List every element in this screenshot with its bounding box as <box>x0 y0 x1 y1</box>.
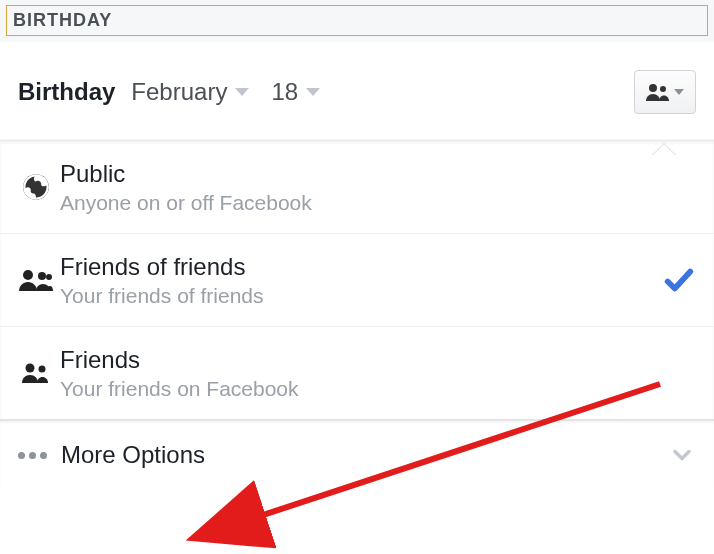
option-subtitle: Your friends on Facebook <box>60 377 299 401</box>
option-subtitle: Your friends of friends <box>60 284 264 308</box>
chevron-down-icon <box>668 441 696 469</box>
audience-selector-button[interactable] <box>634 70 696 114</box>
option-title: Friends <box>60 345 299 375</box>
chevron-down-icon <box>235 88 249 96</box>
more-options-row[interactable]: More Options <box>0 419 714 489</box>
svg-point-1 <box>660 86 666 92</box>
friends-of-friends-icon <box>18 269 54 291</box>
chevron-down-icon <box>674 89 684 95</box>
svg-point-4 <box>38 272 46 280</box>
dropdown-pointer <box>652 144 676 156</box>
birthday-month-dropdown[interactable]: February <box>131 78 249 106</box>
section-header-label: BIRTHDAY <box>13 10 112 30</box>
svg-point-3 <box>23 270 33 280</box>
checkmark-icon <box>662 263 696 297</box>
birthday-month-value: February <box>131 78 227 106</box>
svg-point-6 <box>26 364 35 373</box>
friends-of-friends-icon <box>646 83 670 101</box>
option-title: Public <box>60 159 312 189</box>
option-subtitle: Anyone on or off Facebook <box>60 191 312 215</box>
birthday-day-value: 18 <box>271 78 298 106</box>
section-header: BIRTHDAY <box>0 0 714 42</box>
section-header-field[interactable]: BIRTHDAY <box>6 5 708 36</box>
birthday-row: Birthday February 18 <box>0 42 714 140</box>
ellipsis-icon <box>18 452 47 459</box>
audience-option-friends-of-friends[interactable]: Friends of friends Your friends of frien… <box>0 234 714 327</box>
svg-point-7 <box>39 366 46 373</box>
chevron-down-icon <box>306 88 320 96</box>
svg-point-0 <box>649 84 657 92</box>
globe-icon <box>18 173 54 201</box>
birthday-field-label: Birthday <box>18 78 115 106</box>
option-title: Friends of friends <box>60 252 264 282</box>
audience-option-public[interactable]: Public Anyone on or off Facebook <box>0 141 714 234</box>
svg-point-5 <box>46 274 52 280</box>
audience-option-friends[interactable]: Friends Your friends on Facebook <box>0 327 714 419</box>
more-options-label: More Options <box>61 441 205 469</box>
friends-icon <box>18 363 54 383</box>
birthday-day-dropdown[interactable]: 18 <box>271 78 320 106</box>
audience-menu: Public Anyone on or off Facebook Friends… <box>0 140 714 419</box>
